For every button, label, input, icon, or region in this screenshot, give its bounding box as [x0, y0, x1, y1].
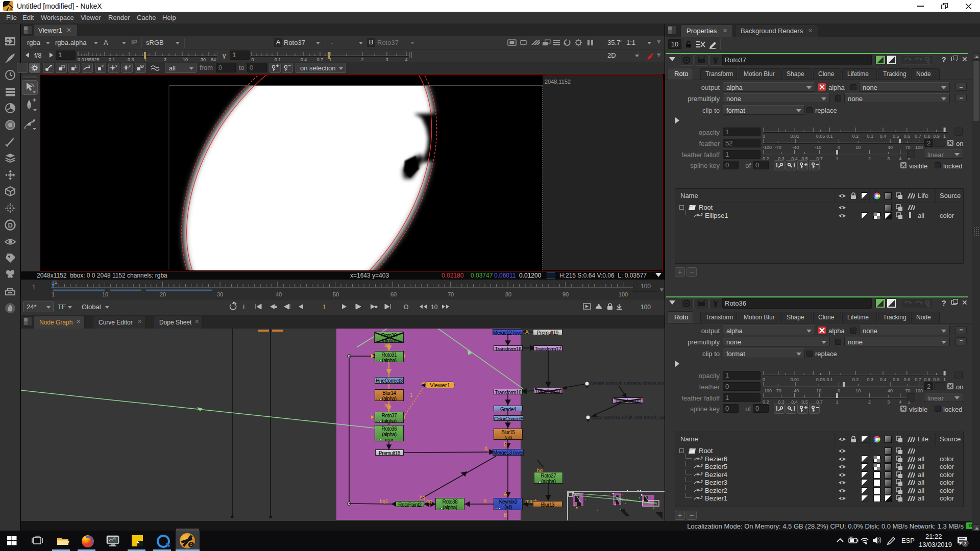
svg-text:90: 90 [562, 291, 569, 297]
svg-text:2: 2 [868, 156, 871, 161]
svg-text:2: 2 [868, 399, 871, 405]
svg-text:0.7: 0.7 [317, 57, 324, 61]
svg-text:2048,1152: 2048,1152 [545, 79, 571, 85]
svg-text:2: 2 [361, 57, 363, 61]
svg-text:0.9: 0.9 [933, 377, 940, 382]
svg-text:80: 80 [505, 291, 511, 297]
svg-text:100: 100 [619, 291, 628, 297]
svg-text:I: I [243, 304, 244, 311]
svg-text:O: O [404, 304, 408, 311]
svg-text:4: 4 [899, 399, 901, 405]
svg-text:0.4: 0.4 [301, 57, 307, 61]
svg-text:20: 20 [160, 291, 166, 297]
svg-text:3: 3 [964, 541, 967, 546]
svg-text:x: x [115, 64, 117, 68]
svg-text:60: 60 [390, 291, 397, 297]
svg-text:D: D [8, 221, 13, 229]
svg-text:1: 1 [55, 280, 57, 285]
svg-text:10: 10 [102, 291, 108, 297]
svg-text:1: 1 [836, 399, 838, 405]
svg-text:100: 100 [915, 388, 923, 393]
svg-text:64: 64 [211, 57, 216, 61]
svg-text:x: x [129, 64, 131, 68]
svg-text:0.9: 0.9 [933, 134, 940, 139]
svg-text:0.3: 0.3 [128, 57, 134, 61]
svg-text:70: 70 [448, 291, 454, 297]
svg-text:1: 1 [836, 156, 838, 161]
svg-text:1: 1 [52, 291, 55, 297]
svg-text:0: 0 [251, 57, 254, 61]
svg-text:40: 40 [276, 291, 282, 297]
svg-text:1: 1 [329, 57, 331, 61]
svg-text:30: 30 [217, 291, 223, 297]
svg-text:4: 4 [405, 57, 407, 61]
svg-text:0.1: 0.1 [109, 57, 115, 61]
svg-text:10: 10 [431, 304, 438, 311]
svg-text:1: 1 [144, 57, 147, 61]
svg-text:3: 3 [887, 399, 890, 405]
svg-text:x: x [88, 64, 90, 68]
svg-text:10: 10 [183, 57, 188, 61]
svg-text:100: 100 [915, 145, 923, 150]
svg-text:30: 30 [201, 57, 206, 61]
svg-text:x: x [102, 64, 104, 68]
svg-text:50: 50 [333, 291, 339, 297]
svg-text:4: 4 [899, 156, 901, 161]
svg-text:3: 3 [385, 57, 388, 61]
svg-text:0.0155625: 0.0155625 [78, 57, 100, 61]
svg-text:3: 3 [887, 156, 890, 161]
svg-text:0.1: 0.1 [275, 57, 281, 61]
svg-text:1: 1 [75, 64, 77, 69]
svg-text:1: 1 [323, 304, 326, 311]
svg-text:1: 1 [943, 377, 946, 382]
svg-text:1: 1 [943, 134, 946, 139]
svg-text:3: 3 [164, 57, 166, 61]
